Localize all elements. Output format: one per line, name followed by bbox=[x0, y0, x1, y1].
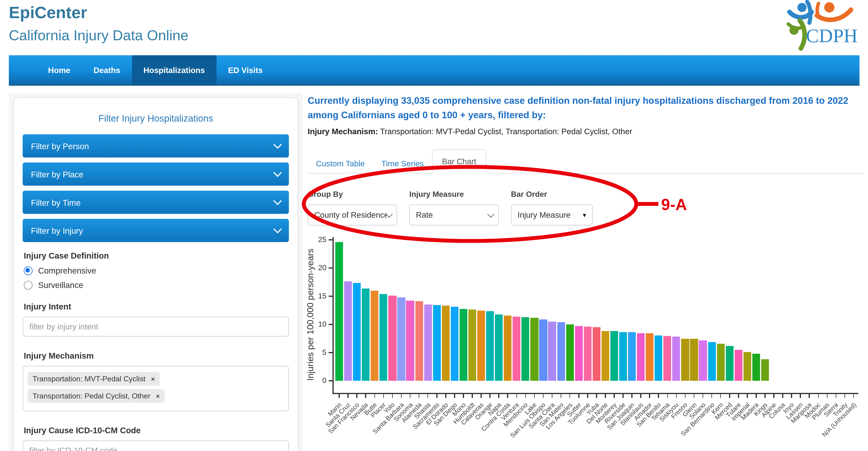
x-tick-mark bbox=[827, 394, 827, 398]
x-tick-mark bbox=[534, 394, 535, 398]
injury-mechanism-label: Injury Mechanism bbox=[24, 351, 288, 360]
accordion-filter-by-place[interactable]: Filter by Place bbox=[23, 162, 289, 186]
bar-madera bbox=[752, 354, 760, 381]
bar-san-luis-obispo bbox=[539, 319, 547, 381]
chevron-down-icon bbox=[487, 210, 494, 217]
x-tick-mark bbox=[356, 394, 357, 398]
injury-intent-input[interactable] bbox=[23, 317, 289, 336]
chart-controls: Group By County of Residence Injury Meas… bbox=[308, 189, 867, 226]
injury-intent-label: Injury Intent bbox=[24, 302, 288, 311]
remove-chip-icon[interactable]: × bbox=[156, 392, 160, 400]
bar-riverside bbox=[619, 332, 627, 381]
injury-mechanism-multiselect[interactable]: Transportation: MVT-Pedal Cyclist×Transp… bbox=[23, 366, 289, 411]
x-tick-mark bbox=[587, 394, 588, 398]
bar-nevada bbox=[362, 289, 370, 381]
radio-comprehensive[interactable]: Comprehensive bbox=[24, 266, 288, 275]
x-tick-mark bbox=[818, 394, 818, 398]
chevron-down-icon bbox=[273, 197, 282, 205]
x-tick-mark bbox=[418, 394, 420, 398]
x-tick-mark bbox=[791, 394, 792, 398]
x-tick-mark bbox=[383, 394, 384, 398]
bar-mendocino bbox=[522, 317, 529, 381]
x-tick-mark bbox=[445, 394, 446, 398]
y-tick-label: 5 bbox=[308, 348, 327, 357]
x-tick-mark bbox=[365, 394, 366, 398]
x-tick-mark bbox=[507, 394, 508, 398]
bar-san-joaquin bbox=[628, 332, 636, 381]
radio-button-icon[interactable] bbox=[24, 280, 33, 289]
y-tick-label: 25 bbox=[308, 236, 327, 244]
bar-glenn bbox=[690, 339, 698, 381]
y-tick-mark bbox=[329, 324, 333, 325]
bar-humboldt bbox=[468, 310, 476, 381]
x-tick-mark bbox=[765, 394, 766, 398]
x-tick-mark bbox=[401, 394, 402, 398]
main-navbar: HomeDeathsHospitalizationsED Visits bbox=[9, 55, 860, 86]
tab-time-series[interactable]: Time Series bbox=[373, 154, 432, 173]
x-tick-mark bbox=[463, 394, 464, 398]
accordion-filter-by-injury[interactable]: Filter by Injury bbox=[23, 219, 289, 242]
x-tick-mark bbox=[649, 394, 650, 398]
bar-order-dropdown[interactable]: Injury Measure ▼ bbox=[511, 205, 593, 226]
accordion-label: Filter by Time bbox=[31, 198, 81, 207]
nav-item-deaths[interactable]: Deaths bbox=[82, 55, 132, 85]
accordion-filter-by-time[interactable]: Filter by Time bbox=[23, 191, 289, 214]
accordion-label: Filter by Person bbox=[31, 141, 89, 151]
nav-item-ed-visits[interactable]: ED Visits bbox=[216, 55, 274, 85]
x-tick-mark bbox=[853, 394, 854, 398]
bar-santa-cruz bbox=[344, 282, 352, 381]
bar-chart: Injuries per 100,000 person-years 051015… bbox=[308, 236, 867, 442]
bar-butte bbox=[371, 291, 378, 381]
tab-bar-chart[interactable]: Bar Chart bbox=[432, 149, 486, 174]
x-tick-mark bbox=[844, 394, 845, 398]
bar-santa-barbara bbox=[397, 297, 405, 381]
nav-item-hospitalizations[interactable]: Hospitalizations bbox=[132, 55, 216, 85]
x-tick-mark bbox=[490, 394, 490, 398]
x-tick-mark bbox=[596, 394, 597, 398]
app-title: EpiCenter bbox=[9, 0, 868, 22]
tab-custom-table[interactable]: Custom Table bbox=[308, 154, 373, 173]
x-tick-mark bbox=[623, 394, 623, 398]
x-tick-mark bbox=[454, 394, 455, 398]
chevron-down-icon bbox=[273, 225, 282, 234]
chevron-down-icon bbox=[273, 168, 282, 177]
y-tick-label: 10 bbox=[308, 320, 327, 328]
radio-label: Surveillance bbox=[38, 280, 83, 290]
x-tick-mark bbox=[747, 394, 748, 398]
y-tick-mark bbox=[329, 296, 333, 297]
accordion-filter-by-person[interactable]: Filter by Person bbox=[23, 134, 289, 157]
x-tick-mark bbox=[605, 394, 606, 398]
x-tick-mark bbox=[720, 394, 721, 398]
radio-surveillance[interactable]: Surveillance bbox=[24, 280, 288, 290]
x-tick-mark bbox=[374, 394, 375, 398]
x-tick-mark bbox=[552, 394, 552, 398]
bar-siskiyou bbox=[672, 337, 680, 381]
x-tick-mark bbox=[676, 394, 677, 398]
bar-fresno bbox=[681, 338, 689, 381]
injury-measure-select[interactable]: Rate bbox=[409, 205, 499, 226]
bar-sacramento bbox=[433, 305, 441, 381]
x-tick-mark bbox=[703, 394, 703, 398]
radio-label: Comprehensive bbox=[38, 266, 96, 275]
injury-measure-control: Injury Measure Rate bbox=[409, 189, 499, 226]
bar-contra-costa bbox=[504, 315, 512, 381]
bar-napa bbox=[495, 314, 503, 381]
triangle-down-icon: ▼ bbox=[582, 212, 587, 218]
selected-filter-chip: Transportation: MVT-Pedal Cyclist× bbox=[28, 372, 160, 386]
x-tick-mark bbox=[560, 394, 561, 398]
bar-calaveras bbox=[477, 311, 485, 381]
x-tick-mark bbox=[809, 394, 810, 398]
x-tick-mark bbox=[782, 394, 783, 398]
group-by-select[interactable]: County of Residence bbox=[308, 205, 397, 226]
x-axis-line bbox=[333, 393, 859, 394]
bar-tehama bbox=[663, 336, 671, 381]
view-tabs: Custom TableTime SeriesBar Chart bbox=[308, 149, 864, 174]
icd-code-input[interactable] bbox=[23, 441, 289, 451]
bar-kern bbox=[717, 343, 724, 381]
radio-button-icon[interactable] bbox=[24, 266, 33, 275]
remove-chip-icon[interactable]: × bbox=[151, 375, 155, 383]
bar-yolo bbox=[389, 296, 396, 381]
bar-merced bbox=[725, 346, 734, 381]
nav-item-home[interactable]: Home bbox=[36, 55, 82, 85]
x-tick-mark bbox=[481, 394, 482, 398]
